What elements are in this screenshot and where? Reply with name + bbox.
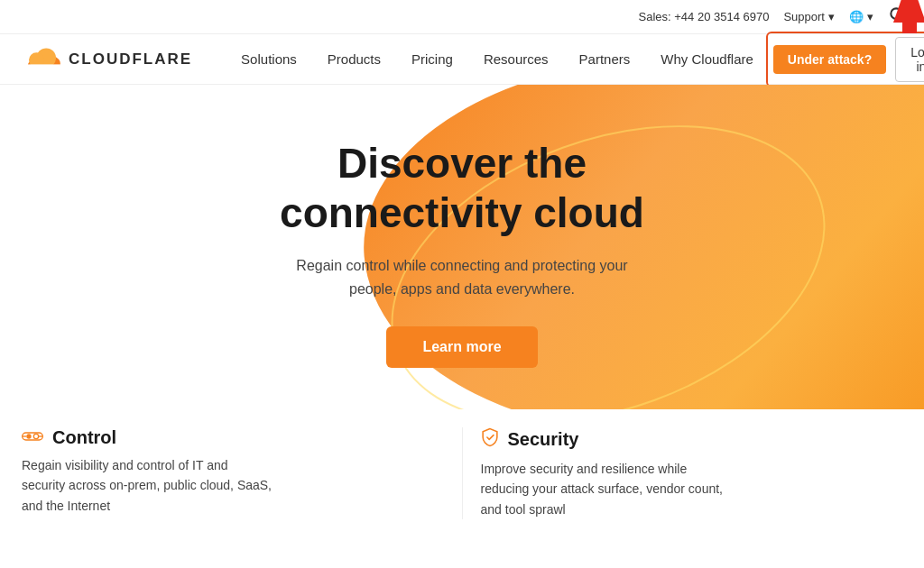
- feature-divider: [462, 427, 463, 519]
- support-button[interactable]: Support ▾: [783, 10, 835, 23]
- sales-phone: Sales: +44 20 3514 6970: [639, 10, 770, 23]
- hero-section: Discover the connectivity cloud Regain c…: [0, 85, 924, 409]
- nav-item-why-cloudflare[interactable]: Why Cloudflare: [648, 44, 766, 74]
- nav-item-resources[interactable]: Resources: [471, 44, 561, 74]
- hero-content: Discover the connectivity cloud Regain c…: [0, 85, 924, 368]
- feature-control: Control Regain visibility and control of…: [22, 427, 444, 519]
- features-section: Control Regain visibility and control of…: [0, 409, 924, 519]
- svg-point-9: [33, 434, 38, 438]
- logo-text: CLOUDFLARE: [69, 50, 192, 69]
- hero-title: Discover the connectivity cloud: [280, 139, 644, 238]
- feature-security: Security Improve security and resilience…: [481, 427, 903, 519]
- control-icon: [22, 427, 43, 448]
- cloudflare-logo[interactable]: CLOUDFLARE: [18, 45, 192, 74]
- main-nav: Solutions Products Pricing Resources Par…: [228, 44, 766, 74]
- feature-security-header: Security: [481, 427, 885, 452]
- nav-item-products[interactable]: Products: [315, 44, 393, 74]
- nav-actions: Under attack? Log in: [766, 32, 924, 87]
- feature-security-desc: Improve security and resilience while re…: [481, 459, 734, 519]
- hero-subtitle: Regain control while connecting and prot…: [291, 254, 633, 300]
- top-bar: Sales: +44 20 3514 6970 Support ▾ 🌐 ▾: [0, 0, 924, 34]
- svg-rect-6: [25, 64, 60, 73]
- feature-control-header: Control: [22, 427, 426, 448]
- navbar: CLOUDFLARE Solutions Products Pricing Re…: [0, 34, 924, 85]
- globe-icon: 🌐: [849, 10, 864, 23]
- feature-security-title: Security: [508, 429, 579, 450]
- under-attack-button[interactable]: Under attack?: [773, 45, 886, 74]
- nav-item-solutions[interactable]: Solutions: [228, 44, 310, 74]
- support-label: Support: [783, 10, 825, 23]
- feature-control-title: Control: [52, 427, 116, 448]
- feature-control-desc: Regain visibility and control of IT and …: [22, 455, 274, 516]
- cloudflare-logo-icon: [18, 45, 61, 74]
- nav-item-pricing[interactable]: Pricing: [399, 44, 466, 74]
- support-chevron-icon: ▾: [828, 10, 835, 23]
- login-button[interactable]: Log in: [895, 37, 924, 82]
- svg-point-8: [26, 434, 31, 438]
- language-selector[interactable]: 🌐 ▾: [849, 10, 873, 23]
- globe-chevron-icon: ▾: [867, 10, 873, 23]
- arrow-annotation: [893, 0, 924, 33]
- nav-item-partners[interactable]: Partners: [567, 44, 643, 74]
- security-icon: [481, 427, 499, 452]
- learn-more-button[interactable]: Learn more: [386, 326, 537, 368]
